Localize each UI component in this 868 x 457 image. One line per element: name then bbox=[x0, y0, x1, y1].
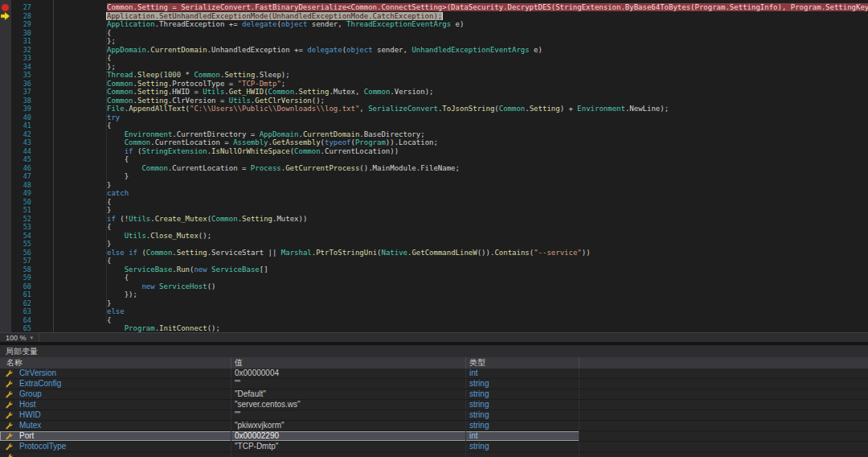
zoom-selector[interactable]: 100 % ▾ bbox=[0, 333, 39, 342]
code-line[interactable]: 52 if (!Utils.Create_Mutex(Common.Settin… bbox=[0, 215, 868, 224]
code-line[interactable]: 34 }; bbox=[0, 63, 868, 72]
code-line[interactable]: 31 }; bbox=[0, 37, 868, 46]
variable-value[interactable]: "server.centos.ws" bbox=[231, 400, 466, 410]
breakpoint-gutter[interactable] bbox=[0, 266, 11, 274]
breakpoint-gutter[interactable] bbox=[0, 80, 11, 89]
locals-row[interactable]: Group"Default"string bbox=[0, 389, 868, 400]
breakpoint-gutter[interactable] bbox=[0, 198, 11, 207]
breakpoint-gutter[interactable] bbox=[0, 206, 11, 215]
code-line[interactable]: 59 { bbox=[0, 274, 868, 282]
breakpoint-gutter[interactable] bbox=[0, 46, 11, 55]
locals-row[interactable]: Mutex"pkiwxvjkorm"string bbox=[0, 421, 868, 431]
breakpoint-gutter[interactable] bbox=[0, 249, 11, 257]
breakpoint-gutter[interactable] bbox=[0, 105, 11, 113]
variable-name-cell[interactable]: Mutex bbox=[0, 421, 231, 430]
breakpoint-gutter[interactable] bbox=[0, 20, 11, 29]
variable-value[interactable]: "pkiwxvjkorm" bbox=[231, 421, 466, 430]
code-line[interactable]: 35 Thread.Sleep(1000 * Common.Setting.Sl… bbox=[0, 71, 868, 80]
column-header-name[interactable]: 名称 bbox=[0, 357, 231, 368]
variable-value[interactable]: "TCP-Dmtp" bbox=[231, 442, 466, 451]
code-line[interactable]: 54 Utils.Close_Mutex(); bbox=[0, 232, 868, 241]
breakpoint-icon[interactable] bbox=[2, 4, 9, 11]
code-line[interactable]: 57 { bbox=[0, 257, 868, 266]
code-line[interactable]: 46 Common.CurrentLocation = Process.GetC… bbox=[0, 164, 868, 173]
variable-value[interactable]: 0x00002290 bbox=[231, 431, 466, 441]
code-line[interactable]: 48 } bbox=[0, 181, 868, 190]
code-line[interactable]: 65 Program.InitConnect(); bbox=[0, 324, 868, 332]
breakpoint-gutter[interactable] bbox=[0, 232, 11, 241]
breakpoint-gutter[interactable] bbox=[0, 113, 11, 122]
code-area[interactable]: 27 Common.Setting = SerializeConvert.Fas… bbox=[0, 0, 868, 332]
breakpoint-gutter[interactable] bbox=[0, 215, 11, 224]
breakpoint-gutter[interactable] bbox=[0, 257, 11, 266]
locals-row[interactable]: ExtraConfig""string bbox=[0, 379, 868, 389]
breakpoint-gutter[interactable] bbox=[0, 37, 11, 46]
code-line[interactable]: 36 Common.Setting.ProtocolType = "TCP-Dm… bbox=[0, 80, 868, 89]
breakpoint-gutter[interactable] bbox=[0, 97, 11, 105]
breakpoint-gutter[interactable] bbox=[0, 282, 11, 291]
variable-name-cell[interactable]: ProtocolType bbox=[0, 442, 231, 451]
breakpoint-gutter[interactable] bbox=[0, 274, 11, 282]
code-line[interactable]: 41 { bbox=[0, 121, 868, 130]
breakpoint-gutter[interactable] bbox=[0, 172, 11, 181]
variable-name-cell[interactable]: Host bbox=[0, 400, 231, 410]
breakpoint-gutter[interactable] bbox=[0, 299, 11, 308]
breakpoint-gutter[interactable] bbox=[0, 290, 11, 299]
horizontal-scrollbar[interactable] bbox=[39, 333, 868, 342]
code-line[interactable]: 60 new ServiceHost() bbox=[0, 282, 868, 291]
code-line[interactable]: 56 else if (Common.Setting.ServiceStart … bbox=[0, 249, 868, 257]
locals-row[interactable]: ClrVersion0x00000004int bbox=[0, 368, 868, 379]
variable-name-cell[interactable]: ClrVersion bbox=[0, 368, 231, 378]
code-line[interactable]: 33 { bbox=[0, 54, 868, 63]
breakpoint-gutter[interactable] bbox=[0, 88, 11, 97]
variable-name-cell[interactable]: Port bbox=[0, 431, 231, 441]
breakpoint-gutter[interactable] bbox=[0, 316, 11, 325]
code-line[interactable]: 29 Application.ThreadException += delega… bbox=[0, 20, 868, 29]
breakpoint-gutter[interactable] bbox=[0, 29, 11, 38]
variable-value[interactable] bbox=[231, 452, 466, 457]
breakpoint-gutter[interactable] bbox=[0, 12, 11, 21]
variable-value[interactable]: "" bbox=[231, 410, 466, 420]
code-line[interactable]: 39 File.AppendAllText("C:\\Users\\Public… bbox=[0, 105, 868, 113]
code-line[interactable]: 44 if (StringExtension.IsNullOrWhiteSpac… bbox=[0, 147, 868, 156]
breakpoint-gutter[interactable] bbox=[0, 155, 11, 164]
variable-name-cell[interactable]: Group bbox=[0, 389, 231, 399]
code-line[interactable]: 28 Application.SetUnhandledExceptionMode… bbox=[0, 12, 868, 21]
breakpoint-gutter[interactable] bbox=[0, 130, 11, 139]
code-line[interactable]: 27 Common.Setting = SerializeConvert.Fas… bbox=[0, 3, 868, 12]
code-line[interactable]: 58 ServiceBase.Run(new ServiceBase[] bbox=[0, 266, 868, 274]
breakpoint-gutter[interactable] bbox=[0, 223, 11, 232]
code-line[interactable]: 32 AppDomain.CurrentDomain.UnhandledExce… bbox=[0, 46, 868, 55]
breakpoint-gutter[interactable] bbox=[0, 54, 11, 63]
variable-value[interactable]: 0x00000004 bbox=[231, 368, 466, 378]
breakpoint-gutter[interactable] bbox=[0, 307, 11, 316]
code-line[interactable]: 47 } bbox=[0, 172, 868, 181]
variable-value[interactable]: "" bbox=[231, 379, 466, 389]
code-line[interactable]: 38 Common.Setting.ClrVersion = Utils.Get… bbox=[0, 97, 868, 105]
variable-value[interactable]: "Default" bbox=[231, 389, 466, 399]
locals-row[interactable]: ProtocolType"TCP-Dmtp"string bbox=[0, 442, 868, 452]
code-line[interactable]: 63 else bbox=[0, 307, 868, 316]
variable-name-cell[interactable] bbox=[0, 452, 231, 457]
code-line[interactable]: 45 { bbox=[0, 155, 868, 164]
variable-name-cell[interactable]: ExtraConfig bbox=[0, 379, 231, 389]
column-header-type[interactable]: 类型 bbox=[466, 357, 579, 368]
code-line[interactable]: 50 { bbox=[0, 198, 868, 207]
locals-row[interactable]: HWID""string bbox=[0, 410, 868, 421]
code-line[interactable]: 62 } bbox=[0, 299, 868, 308]
breakpoint-gutter[interactable] bbox=[0, 240, 11, 249]
code-line[interactable]: 42 Environment.CurrentDirectory = AppDom… bbox=[0, 130, 868, 139]
code-line[interactable]: 51 } bbox=[0, 206, 868, 215]
code-line[interactable]: 49 catch bbox=[0, 189, 868, 198]
code-line[interactable]: 40 try bbox=[0, 113, 868, 122]
code-line[interactable]: 30 { bbox=[0, 29, 868, 38]
code-line[interactable]: 37 Common.Setting.HWID = Utils.Get_HWID(… bbox=[0, 88, 868, 97]
breakpoint-gutter[interactable] bbox=[0, 3, 11, 12]
code-line[interactable]: 53 { bbox=[0, 223, 868, 232]
variable-name-cell[interactable]: HWID bbox=[0, 410, 231, 420]
breakpoint-gutter[interactable] bbox=[0, 138, 11, 147]
breakpoint-gutter[interactable] bbox=[0, 121, 11, 130]
code-line[interactable]: 43 Common.CurrentLocation = Assembly.Get… bbox=[0, 138, 868, 147]
breakpoint-gutter[interactable] bbox=[0, 324, 11, 332]
code-line[interactable]: 55 } bbox=[0, 240, 868, 249]
